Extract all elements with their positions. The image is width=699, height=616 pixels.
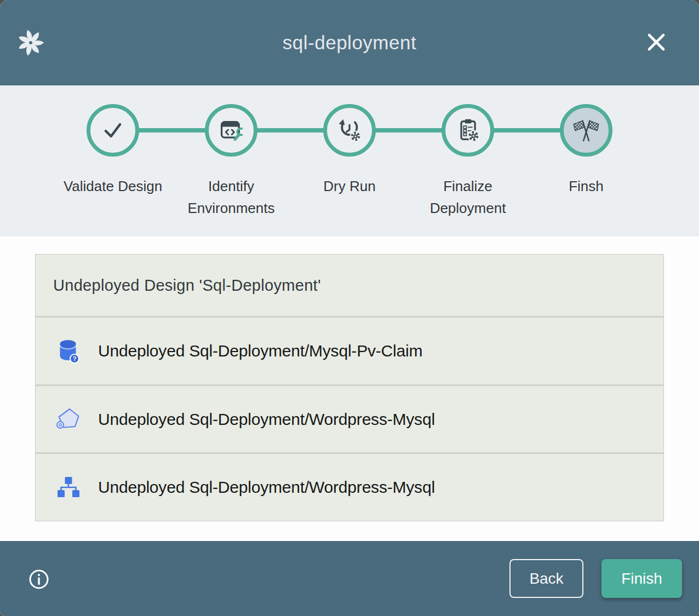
status-row-wordpress-mysql-node: Undeployed Sql-Deployment/Wordpress-Mysq…	[36, 386, 663, 453]
clipboard-gear-icon	[455, 117, 481, 143]
step-circle-identify-environments[interactable]	[205, 104, 257, 157]
code-wrench-icon	[218, 117, 244, 143]
deployment-status-panel: Undeployed Design 'Sql-Deployment' ? Und…	[35, 254, 664, 521]
status-row-text: Undeployed Sql-Deployment/Wordpress-Mysq…	[98, 410, 435, 429]
step-finish: Finsh	[527, 85, 645, 237]
status-panel-title: Undeployed Design 'Sql-Deployment'	[53, 277, 321, 295]
back-button[interactable]: Back	[509, 559, 583, 598]
step-circle-dry-run[interactable]	[323, 104, 376, 157]
history-gear-icon	[336, 117, 363, 143]
deployment-wizard-modal: sql-deployment Validate Design	[0, 0, 699, 616]
status-row-text: Undeployed Sql-Deployment/Wordpress-Mysq…	[98, 478, 435, 497]
status-panel-header: Undeployed Design 'Sql-Deployment'	[36, 255, 663, 316]
step-label: Finalize Deployment	[410, 175, 526, 219]
status-row-text: Undeployed Sql-Deployment/Mysql-Pv-Claim	[98, 342, 422, 360]
status-row-wordpress-mysql-topology: Undeployed Sql-Deployment/Wordpress-Mysq…	[36, 454, 663, 521]
wizard-stepper: Validate Design Identify Environments	[0, 85, 699, 237]
status-row-mysql-pv-claim: ? Undeployed Sql-Deployment/Mysql-Pv-Cla…	[36, 318, 663, 384]
database-icon: ?	[56, 337, 81, 365]
close-button[interactable]	[645, 31, 667, 53]
step-label: Finsh	[569, 175, 604, 197]
step-label: Identify Environments	[173, 175, 289, 219]
info-button[interactable]	[28, 569, 49, 590]
step-dry-run: Dry Run	[290, 85, 409, 237]
modal-footer: Back Finish	[0, 541, 699, 616]
info-icon	[28, 569, 49, 590]
modal-title: sql-deployment	[0, 0, 699, 85]
step-label: Dry Run	[323, 175, 375, 197]
step-label: Validate Design	[64, 175, 162, 197]
modal-header: sql-deployment	[0, 0, 699, 85]
step-circle-validate-design[interactable]	[87, 104, 139, 157]
check-icon	[100, 117, 126, 143]
step-identify-environments: Identify Environments	[172, 85, 290, 237]
topology-icon	[56, 475, 81, 500]
pentagon-node-icon	[55, 407, 82, 432]
close-icon	[645, 31, 667, 53]
checkered-flags-icon	[572, 117, 600, 143]
step-finalize-deployment: Finalize Deployment	[409, 85, 527, 237]
finish-button[interactable]: Finish	[601, 559, 682, 598]
step-validate-design: Validate Design	[54, 85, 172, 237]
wizard-content: Undeployed Design 'Sql-Deployment' ? Und…	[0, 237, 699, 541]
step-circle-finalize-deployment[interactable]	[442, 104, 494, 157]
step-circle-finish[interactable]	[560, 104, 612, 157]
svg-text:?: ?	[73, 355, 77, 362]
